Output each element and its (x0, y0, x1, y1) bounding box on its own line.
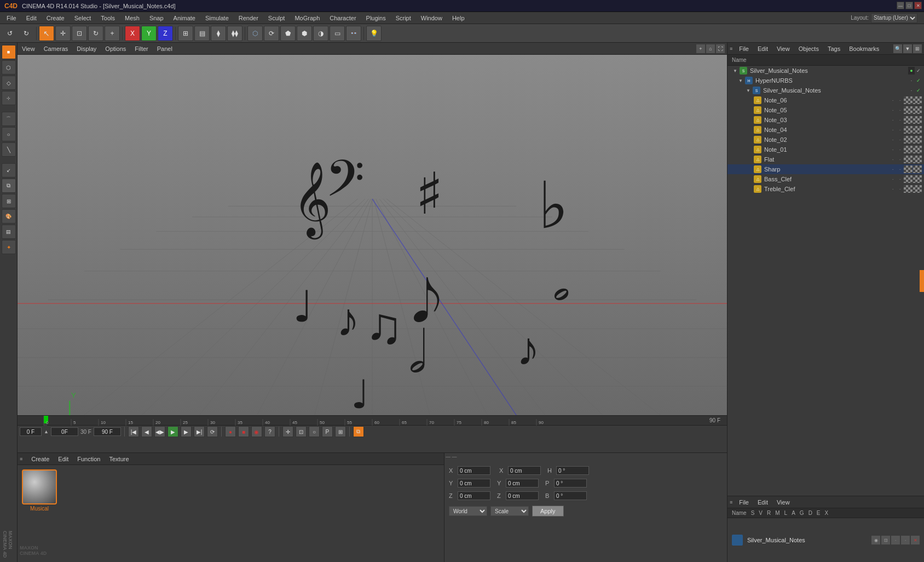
menu-script[interactable]: Script (391, 14, 415, 22)
add-tool-button[interactable]: + (105, 26, 120, 41)
menu-tools[interactable]: Tools (96, 14, 119, 22)
obj-item-root[interactable]: ▼ S Silver_Musical_Notes ● ✓ (727, 66, 924, 76)
transform-mode-dropdown[interactable]: Scale Move Rotate (490, 506, 529, 516)
Note_06-dot2[interactable]: · (897, 96, 903, 104)
nurbs-dot1[interactable]: · (908, 77, 915, 84)
obj-item-note-01[interactable]: △ Note_01 · · (727, 145, 924, 154)
vp-menu-options[interactable]: Options (103, 45, 128, 53)
coord-system-dropdown[interactable]: World Object (449, 506, 487, 516)
spline-tool-button[interactable]: ⌒ (2, 112, 16, 126)
scale-tool-button[interactable]: ⊡ (72, 26, 87, 41)
Note_03-dot1[interactable]: · (890, 116, 896, 124)
menu-mesh[interactable]: Mesh (120, 14, 144, 22)
record-button[interactable]: ● (225, 426, 236, 437)
attr-menu-view[interactable]: View (775, 498, 792, 506)
material-thumb-musical[interactable] (22, 469, 57, 504)
menu-character[interactable]: Character (325, 14, 360, 22)
Treble_Clef-dot2[interactable]: · (897, 185, 903, 193)
timeline-button[interactable]: ▤ (194, 26, 210, 41)
end-frame-input[interactable] (94, 427, 121, 436)
coord-x-scale-input[interactable] (508, 466, 541, 475)
obj-expand-button[interactable]: ⊞ (913, 44, 922, 53)
move-key-button[interactable]: ✛ (282, 426, 293, 437)
obj-menu-view[interactable]: View (775, 45, 792, 53)
layer-button[interactable]: ▤ (2, 225, 16, 239)
stop-record-button[interactable]: ■ (238, 426, 249, 437)
frame-button[interactable]: ⊞ (178, 26, 193, 41)
brush-button[interactable]: ○ (2, 127, 16, 141)
menu-help[interactable]: Help (448, 14, 469, 22)
menu-create[interactable]: Create (42, 14, 69, 22)
coord-p-input[interactable] (554, 479, 587, 488)
step-forward-button[interactable]: ▶ (181, 426, 192, 437)
keyframe-button[interactable]: ⧫ (211, 26, 226, 41)
model-mode-button[interactable]: ■ (2, 45, 16, 59)
coord-y-scale-input[interactable] (506, 479, 539, 488)
obj-item-flat[interactable]: △ Flat · · (727, 154, 924, 164)
Bass_Clef-dot1[interactable]: · (890, 175, 896, 183)
vp-menu-panel[interactable]: Panel (155, 45, 175, 53)
obj-menu-file[interactable]: File (737, 45, 751, 53)
Note_06-dot1[interactable]: · (890, 96, 896, 104)
point-mode-button[interactable]: ⊹ (2, 91, 16, 105)
Flat-dot1[interactable]: · (890, 156, 896, 163)
scale-key-button[interactable]: ⊡ (296, 426, 307, 437)
obj-item-hypernurbs[interactable]: ▼ H HyperNURBS · ✓ (727, 76, 924, 85)
mat-menu-edit[interactable]: Edit (56, 455, 71, 463)
obj-item-note-03[interactable]: △ Note_03 · · (727, 115, 924, 125)
menu-snap[interactable]: Snap (145, 14, 168, 22)
minimize-button[interactable]: — (897, 2, 904, 9)
menu-window[interactable]: Window (417, 14, 447, 22)
vp-fullscreen-button[interactable]: ⛶ (716, 44, 725, 53)
obj-menu-objects[interactable]: Objects (796, 45, 821, 53)
coord-y-pos-input[interactable] (458, 479, 490, 488)
obj-filter-button[interactable]: ▼ (903, 44, 912, 53)
select-tool-button[interactable]: ↖ (39, 26, 54, 41)
vp-menu-filter[interactable]: Filter (132, 45, 150, 53)
Note_04-dot2[interactable]: · (897, 126, 903, 134)
move-tool-button[interactable]: ✛ (55, 26, 71, 41)
Note_01-dot1[interactable]: · (890, 146, 896, 153)
spline-button[interactable]: ⬟ (280, 26, 296, 41)
z-axis-button[interactable]: Z (158, 26, 173, 41)
goto-start-button[interactable]: |◀ (128, 426, 139, 437)
obj-menu-tags[interactable]: Tags (825, 45, 842, 53)
mat-menu-texture[interactable]: Texture (107, 455, 131, 463)
mat-menu-create[interactable]: Create (29, 455, 51, 463)
vp-menu-cameras[interactable]: Cameras (42, 45, 71, 53)
play-button[interactable]: ▶ (168, 426, 178, 437)
current-frame-input[interactable] (20, 427, 42, 436)
menu-file[interactable]: File (2, 14, 21, 22)
rotate-tool-button[interactable]: ↻ (88, 26, 103, 41)
Note_05-dot2[interactable]: · (897, 106, 903, 114)
sweep-button[interactable]: ⟳ (264, 26, 279, 41)
vp-menu-view[interactable]: View (20, 45, 37, 53)
maximize-button[interactable]: □ (905, 2, 913, 9)
coord-z-scale-input[interactable] (506, 491, 539, 500)
menu-mograph[interactable]: MoGraph (290, 14, 324, 22)
light-button[interactable]: 💡 (366, 26, 382, 41)
cube-button[interactable]: ⬡ (247, 26, 263, 41)
menu-sculpt[interactable]: Sculpt (264, 14, 290, 22)
attr-icon-eye[interactable]: ◉ (871, 536, 880, 544)
Sharp-dot2[interactable]: · (897, 165, 903, 173)
coord-b-input[interactable] (554, 491, 587, 500)
key-options-button[interactable]: ⊞ (335, 426, 346, 437)
Note_02-dot1[interactable]: · (890, 136, 896, 144)
glasses-button[interactable]: 👓 (346, 26, 361, 41)
attr-icon-del[interactable]: ✕ (911, 536, 920, 544)
step-back-button[interactable]: ◀ (141, 426, 152, 437)
redo-button[interactable]: ↻ (19, 26, 34, 41)
obj-item-bass-clef[interactable]: △ Bass_Clef · · (727, 174, 924, 184)
extrude-button[interactable]: ⧉ (2, 179, 16, 193)
attr-menu-edit[interactable]: Edit (755, 498, 770, 506)
Note_02-dot2[interactable]: · (897, 136, 903, 144)
field-button[interactable]: ◑ (313, 26, 328, 41)
bend-button[interactable]: ↙ (2, 163, 16, 177)
obj-item-note-04[interactable]: △ Note_04 · · (727, 125, 924, 135)
knife-button[interactable]: ╲ (2, 142, 16, 157)
nurbs-check[interactable]: ✓ (915, 77, 922, 84)
coord-z-pos-input[interactable] (458, 491, 490, 500)
vp-home-button[interactable]: ⌂ (706, 44, 715, 53)
x-axis-button[interactable]: X (125, 26, 140, 41)
